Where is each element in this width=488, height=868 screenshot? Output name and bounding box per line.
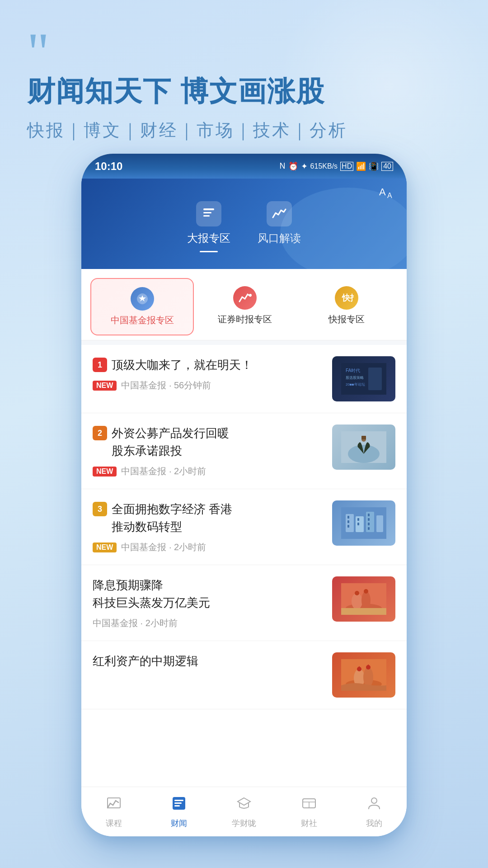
news-title-row-3: 3 全面拥抱数字经济 香港推动数码转型	[93, 500, 323, 536]
news-source-3: 中国基金报 · 2小时前	[121, 541, 206, 553]
cat-tab-kuaibao-label: 快报专区	[328, 313, 365, 326]
svg-rect-38	[341, 608, 386, 615]
status-time: 10:10	[95, 160, 122, 173]
nav-xuecaike-icon	[236, 795, 252, 815]
svg-rect-11	[368, 368, 382, 390]
svg-rect-26	[368, 518, 370, 521]
news-item-4[interactable]: 降息预期骤降科技巨头蒸发万亿美元 中国基金报 · 2小时前	[81, 565, 407, 641]
news-title-row-1: 1 顶级大咖来了，就在明天！	[93, 356, 323, 374]
wifi-icon: 📶	[356, 161, 366, 171]
nav-caijun-icon	[171, 795, 187, 815]
nav-wode-icon	[366, 795, 382, 815]
news-img-3	[332, 500, 395, 546]
news-title-1: 顶级大咖来了，就在明天！	[112, 356, 253, 374]
news-badge-2: NEW	[93, 467, 117, 476]
svg-point-42	[363, 667, 373, 687]
news-rank-3: 3	[93, 502, 107, 516]
svg-point-55	[371, 798, 377, 803]
nav-caishe-label: 财社	[301, 818, 317, 829]
nav-caijun-label: 财闻	[171, 818, 187, 829]
news-item-1[interactable]: 1 顶级大咖来了，就在明天！ NEW 中国基金报 · 56分钟前 FA时	[81, 345, 407, 413]
news-main-4: 降息预期骤降科技巨头蒸发万亿美元 中国基金报 · 2小时前	[93, 576, 323, 629]
svg-rect-18	[347, 516, 349, 519]
nav-caijun[interactable]: 财闻	[146, 791, 211, 833]
news-main-5: 红利资产的中期逻辑	[93, 652, 323, 675]
hd-icon: HD	[340, 162, 353, 171]
svg-rect-23	[357, 523, 359, 525]
battery-icon: 40	[381, 162, 393, 171]
news-title-4: 降息预期骤降科技巨头蒸发万亿美元	[93, 576, 210, 612]
news-main-1: 1 顶级大咖来了，就在明天！ NEW 中国基金报 · 56分钟前	[93, 356, 323, 392]
news-img-4	[332, 576, 395, 622]
nav-kecheng[interactable]: 课程	[81, 791, 146, 833]
svg-rect-2	[203, 208, 214, 210]
signal-icon: 📳	[369, 161, 379, 171]
news-item-5[interactable]: 红利资产的中期逻辑	[81, 641, 407, 709]
svg-rect-27	[368, 523, 370, 525]
svg-rect-3	[203, 212, 211, 213]
nav-caishe-icon	[301, 795, 317, 815]
speed-text: 615KB/s	[310, 162, 338, 170]
news-title-5: 红利资产的中期逻辑	[93, 652, 198, 670]
cat-tab-kuaibao[interactable]: 快报 快报专区	[296, 278, 398, 335]
svg-rect-4	[203, 215, 210, 217]
nav-caishe[interactable]: 财社	[277, 791, 342, 833]
cat-tab-zhongguo-label: 中国基金报专区	[111, 314, 174, 326]
svg-rect-50	[174, 802, 182, 804]
news-meta-2: NEW 中国基金报 · 2小时前	[93, 465, 323, 477]
news-source-2: 中国基金报 · 2小时前	[121, 465, 206, 477]
svg-rect-51	[174, 805, 180, 807]
network-icon: N	[280, 161, 286, 171]
cat-tab-zhengquan[interactable]: 证券时报专区	[194, 278, 296, 335]
svg-point-32	[352, 593, 362, 609]
svg-rect-25	[368, 514, 370, 516]
phone-mockup: 10:10 N ⏰ ✦ 615KB/s HD 📶 📳 40 A A	[81, 154, 407, 836]
category-tabs: 中国基金报专区 证券时报专区 快报	[81, 269, 407, 340]
news-meta-3: NEW 中国基金报 · 2小时前	[93, 541, 323, 553]
alarm-icon: ⏰	[288, 161, 298, 171]
svg-rect-28	[368, 527, 370, 530]
svg-text:股选股策略: 股选股策略	[346, 376, 364, 380]
headline-text: 财闻知天下 博文画涨股	[27, 73, 461, 110]
news-img-placeholder-4	[332, 576, 395, 622]
news-title-row-2: 2 外资公募产品发行回暖股东承诺跟投	[93, 425, 323, 460]
svg-text:20■■年论坛: 20■■年论坛	[346, 382, 365, 387]
news-item-3[interactable]: 3 全面拥抱数字经济 香港推动数码转型 NEW 中国基金报 · 2小时前	[81, 489, 407, 565]
nav-wode-label: 我的	[366, 818, 382, 829]
subtitle-text: 快报｜博文｜财经｜市场｜技术｜分析	[27, 119, 461, 142]
news-main-2: 2 外资公募产品发行回暖股东承诺跟投 NEW 中国基金报 · 2小时前	[93, 425, 323, 477]
tab-dabao[interactable]: 大报专区	[187, 201, 230, 252]
news-badge-1: NEW	[93, 381, 117, 391]
svg-rect-49	[174, 800, 183, 801]
phone-content: 中国基金报专区 证券时报专区 快报	[81, 269, 407, 709]
nav-wode[interactable]: 我的	[342, 791, 407, 833]
svg-rect-19	[347, 520, 349, 523]
svg-rect-29	[376, 515, 383, 532]
nav-tabs: 大报专区 风口解读	[81, 179, 407, 261]
quote-mark: "	[27, 36, 461, 69]
news-title-row-5: 红利资产的中期逻辑	[93, 652, 323, 670]
news-img-placeholder-1: FA时代 股选股策略 20■■年论坛	[332, 356, 395, 401]
svg-rect-21	[356, 516, 364, 532]
status-bar: 10:10 N ⏰ ✦ 615KB/s HD 📶 📳 40	[81, 154, 407, 179]
cat-tab-zhongguo[interactable]: 中国基金报专区	[90, 278, 194, 335]
news-list: 1 顶级大咖来了，就在明天！ NEW 中国基金报 · 56分钟前 FA时	[81, 345, 407, 709]
svg-rect-17	[346, 514, 354, 532]
nav-xuecaike-label: 学财咙	[232, 818, 256, 829]
tab-fengkou[interactable]: 风口解读	[258, 201, 301, 252]
news-badge-3: NEW	[93, 542, 117, 552]
bluetooth-icon: ✦	[301, 161, 308, 171]
fengkou-icon	[267, 201, 292, 226]
bottom-nav: 课程 财闻	[81, 787, 407, 836]
tab-fengkou-label: 风口解读	[258, 231, 301, 245]
svg-rect-24	[366, 512, 374, 532]
tab-dabao-underline	[200, 251, 218, 252]
news-item-2[interactable]: 2 外资公募产品发行回暖股东承诺跟投 NEW 中国基金报 · 2小时前	[81, 413, 407, 489]
header-section: " 财闻知天下 博文画涨股 快报｜博文｜财经｜市场｜技术｜分析	[0, 0, 488, 156]
nav-xuecaike[interactable]: 学财咙	[211, 791, 277, 833]
svg-point-33	[361, 591, 371, 609]
news-img-placeholder-3	[332, 500, 395, 546]
news-img-placeholder-5	[332, 652, 395, 698]
svg-rect-20	[347, 525, 349, 528]
news-rank-1: 1	[93, 358, 107, 372]
